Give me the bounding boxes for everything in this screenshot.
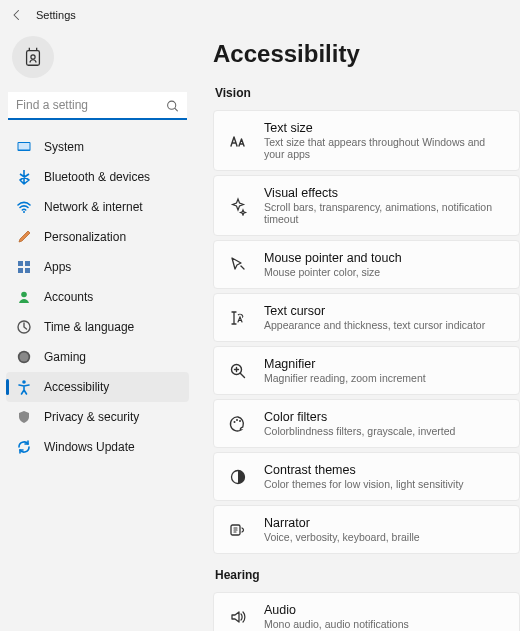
section-label-hearing: Hearing [215,568,520,582]
svg-rect-8 [18,268,23,273]
card-title: Color filters [264,410,455,424]
card-contrast-themes[interactable]: Contrast themes Color themes for low vis… [213,452,520,501]
card-magnifier[interactable]: Magnifier Magnifier reading, zoom increm… [213,346,520,395]
card-narrator[interactable]: Narrator Voice, verbosity, keyboard, bra… [213,505,520,554]
svg-point-5 [23,211,25,213]
nav-item-accessibility[interactable]: Accessibility [6,372,189,402]
section-label-vision: Vision [215,86,520,100]
svg-rect-0 [27,51,40,66]
nav-item-label: Personalization [44,230,126,244]
svg-point-14 [22,380,26,384]
card-mouse-pointer[interactable]: Mouse pointer and touch Mouse pointer co… [213,240,520,289]
nav-item-label: Accounts [44,290,93,304]
svg-point-2 [168,101,176,109]
nav-item-accounts[interactable]: Accounts [6,282,189,312]
nav-item-label: System [44,140,84,154]
nav-item-label: Gaming [44,350,86,364]
sidebar: System Bluetooth & devices Network & int… [0,28,195,631]
svg-point-16 [234,421,236,423]
apps-icon [16,259,32,275]
nav-item-label: Network & internet [44,200,143,214]
wifi-icon [16,199,32,215]
card-text-size[interactable]: Text size Text size that appears through… [213,110,520,171]
svg-point-1 [31,55,35,59]
svg-point-10 [21,292,27,298]
nav-item-network[interactable]: Network & internet [6,192,189,222]
card-audio[interactable]: Audio Mono audio, audio notifications [213,592,520,631]
card-desc: Mouse pointer color, size [264,266,402,278]
gaming-icon [16,349,32,365]
nav: System Bluetooth & devices Network & int… [6,132,189,462]
card-desc: Scroll bars, transparency, animations, n… [264,201,505,225]
clock-globe-icon [16,319,32,335]
palette-icon [228,414,248,434]
main-content: Accessibility Vision Text size Text size… [195,28,520,631]
nav-item-personalization[interactable]: Personalization [6,222,189,252]
svg-rect-9 [25,268,30,273]
search-icon [166,100,179,113]
nav-item-privacy[interactable]: Privacy & security [6,402,189,432]
accessibility-icon [16,379,32,395]
magnifier-icon [228,361,248,381]
card-title: Mouse pointer and touch [264,251,402,265]
speaker-icon [228,607,248,627]
card-desc: Mono audio, audio notifications [264,618,409,630]
card-desc: Appearance and thickness, text cursor in… [264,319,485,331]
system-icon [16,139,32,155]
svg-rect-4 [19,143,30,150]
nav-item-label: Windows Update [44,440,135,454]
avatar[interactable] [12,36,54,78]
nav-item-label: Bluetooth & devices [44,170,150,184]
nav-item-apps[interactable]: Apps [6,252,189,282]
card-color-filters[interactable]: Color filters Colorblindness filters, gr… [213,399,520,448]
cursor-icon [228,255,248,275]
card-desc: Voice, verbosity, keyboard, braille [264,531,420,543]
nav-item-time-language[interactable]: Time & language [6,312,189,342]
nav-item-label: Time & language [44,320,134,334]
app-title: Settings [36,9,76,21]
nav-item-label: Apps [44,260,71,274]
text-size-icon [228,131,248,151]
card-title: Magnifier [264,357,426,371]
card-title: Text size [264,121,505,135]
nav-item-windows-update[interactable]: Windows Update [6,432,189,462]
card-desc: Colorblindness filters, grayscale, inver… [264,425,455,437]
card-text-cursor[interactable]: Text cursor Appearance and thickness, te… [213,293,520,342]
card-title: Text cursor [264,304,485,318]
card-title: Audio [264,603,409,617]
user-placeholder-icon [22,46,44,68]
contrast-icon [228,467,248,487]
card-title: Contrast themes [264,463,464,477]
card-desc: Color themes for low vision, light sensi… [264,478,464,490]
svg-point-13 [20,353,29,362]
card-visual-effects[interactable]: Visual effects Scroll bars, transparency… [213,175,520,236]
svg-rect-7 [25,261,30,266]
card-desc: Text size that appears throughout Window… [264,136,505,160]
nav-item-gaming[interactable]: Gaming [6,342,189,372]
card-title: Visual effects [264,186,505,200]
card-desc: Magnifier reading, zoom increment [264,372,426,384]
nav-item-label: Accessibility [44,380,109,394]
bluetooth-icon [16,169,32,185]
search-input[interactable] [8,92,187,120]
narrator-icon [228,520,248,540]
back-button[interactable] [10,8,24,22]
sparkle-icon [228,196,248,216]
update-icon [16,439,32,455]
nav-item-label: Privacy & security [44,410,139,424]
person-icon [16,289,32,305]
nav-item-bluetooth[interactable]: Bluetooth & devices [6,162,189,192]
svg-point-17 [236,419,238,421]
page-title: Accessibility [213,40,520,68]
svg-point-18 [239,420,241,422]
nav-item-system[interactable]: System [6,132,189,162]
svg-rect-6 [18,261,23,266]
card-title: Narrator [264,516,420,530]
paintbrush-icon [16,229,32,245]
shield-icon [16,409,32,425]
arrow-left-icon [11,9,23,21]
text-cursor-icon [228,308,248,328]
